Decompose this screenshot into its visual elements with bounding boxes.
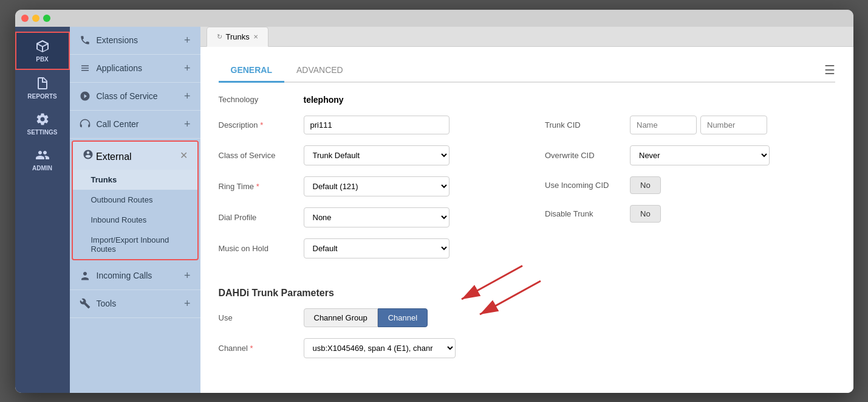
use-incoming-cid-toggle[interactable]: No <box>630 176 661 194</box>
description-input[interactable] <box>304 116 449 134</box>
extensions-icon <box>80 35 91 46</box>
tab-general[interactable]: GENERAL <box>219 59 284 83</box>
incoming-calls-label: Incoming Calls <box>97 271 152 280</box>
channel-group-btn[interactable]: Channel Group <box>304 308 378 327</box>
ring-time-select[interactable]: Default (121) <box>304 176 449 196</box>
sidebar-subitem-trunks[interactable]: Trunks <box>73 170 197 190</box>
overwrite-cid-select[interactable]: Never <box>630 145 770 165</box>
tools-label: Tools <box>97 299 117 308</box>
app-window: PBX REPORTS SETTINGS ADMIN <box>15 10 853 393</box>
admin-label: ADMIN <box>32 165 52 172</box>
admin-icon <box>35 148 50 162</box>
channel-row: Channel * usb:X1045469, span 4 (E1), cha… <box>219 338 835 358</box>
description-label: Description * <box>219 120 304 130</box>
maximize-button[interactable] <box>43 15 50 22</box>
channel-select[interactable]: usb:X1045469, span 4 (E1), chanr <box>304 338 456 358</box>
tab-advanced[interactable]: ADVANCED <box>284 59 355 81</box>
description-row: Description * <box>219 116 509 134</box>
disable-trunk-toggle[interactable]: No <box>630 205 661 223</box>
sidebar-item-settings[interactable]: SETTINGS <box>15 106 70 142</box>
sidebar-item-applications[interactable]: Applications + <box>70 55 200 83</box>
incoming-calls-icon <box>80 270 91 281</box>
external-close-icon[interactable]: ✕ <box>180 150 188 161</box>
tab-trunks[interactable]: ↻ Trunks ✕ <box>207 27 268 47</box>
minimize-button[interactable] <box>32 15 39 22</box>
sidebar-subitem-outbound-routes[interactable]: Outbound Routes <box>73 190 197 210</box>
sidebar-item-pbx[interactable]: PBX <box>15 32 70 70</box>
trunk-cid-number-input[interactable] <box>700 116 767 134</box>
ring-time-required: * <box>256 182 259 191</box>
form-right-col: Trunk CID Overwrite CID Never <box>545 116 835 269</box>
use-incoming-cid-label: Use Incoming CID <box>545 181 630 190</box>
sidebar-item-reports[interactable]: REPORTS <box>15 70 70 106</box>
close-button[interactable] <box>21 15 29 22</box>
use-row: Use Channel Group Channel <box>219 308 835 327</box>
sidebar-item-class-of-service[interactable]: Class of Service + <box>70 83 200 111</box>
extensions-plus-icon[interactable]: + <box>184 34 191 47</box>
cos-plus-icon[interactable]: + <box>184 90 191 103</box>
channel-label: Channel * <box>219 344 304 353</box>
dial-profile-select[interactable]: None <box>304 207 449 227</box>
technology-row: Technology telephony <box>219 95 835 105</box>
pbx-label: PBX <box>36 56 49 63</box>
cos-select[interactable]: Trunk Default <box>304 145 449 165</box>
settings-label: SETTINGS <box>27 129 57 136</box>
list-view-icon[interactable]: ☰ <box>824 63 835 77</box>
technology-value: telephony <box>304 95 344 105</box>
cos-icon <box>80 91 91 102</box>
incoming-calls-plus-icon[interactable]: + <box>184 269 191 282</box>
cos-label: Class of Service <box>97 91 158 101</box>
use-label: Use <box>219 313 304 322</box>
use-buttons-group: Channel Group Channel <box>304 308 428 327</box>
sidebar-item-call-center[interactable]: Call Center + <box>70 111 200 139</box>
reports-label: REPORTS <box>27 93 56 100</box>
cos-form-label: Class of Service <box>219 151 304 160</box>
overwrite-cid-label: Overwrite CID <box>545 151 630 160</box>
sidebar-item-external[interactable]: External ✕ <box>73 142 197 170</box>
music-on-hold-select[interactable]: Default <box>304 238 449 258</box>
tab-refresh-icon[interactable]: ↻ <box>217 33 222 41</box>
content-area: GENERAL ADVANCED ☰ Technology telephony <box>200 47 853 393</box>
external-icon <box>83 149 94 160</box>
trunk-cid-row: Trunk CID <box>545 116 835 134</box>
ring-time-row: Ring Time * Default (121) <box>219 176 509 196</box>
description-required: * <box>260 120 263 130</box>
tab-trunks-label: Trunks <box>226 32 250 41</box>
dahdi-title: DAHDi Trunk Parameters <box>219 288 835 299</box>
form-left-col: Description * Class of Service Trunk Def… <box>219 116 509 269</box>
nav-section-main: Extensions + Applications + Clas <box>70 27 200 318</box>
call-center-plus-icon[interactable]: + <box>184 118 191 131</box>
technology-label: Technology <box>219 95 304 104</box>
dial-profile-row: Dial Profile None <box>219 207 509 227</box>
app-body: PBX REPORTS SETTINGS ADMIN <box>15 27 853 393</box>
form-grid: Description * Class of Service Trunk Def… <box>219 116 835 269</box>
class-of-service-row: Class of Service Trunk Default <box>219 145 509 165</box>
settings-icon <box>35 112 50 126</box>
sidebar-subitem-import-export[interactable]: Import/Export Inbound Routes <box>73 230 197 259</box>
sidebar-item-admin[interactable]: ADMIN <box>15 142 70 178</box>
disable-trunk-label: Disable Trunk <box>545 209 630 218</box>
trunk-cid-label: Trunk CID <box>545 120 630 130</box>
sidebar-item-tools[interactable]: Tools + <box>70 290 200 318</box>
sidebar-subitem-inbound-routes[interactable]: Inbound Routes <box>73 210 197 230</box>
dial-profile-label: Dial Profile <box>219 213 304 222</box>
tab-close-icon[interactable]: ✕ <box>253 33 258 40</box>
applications-plus-icon[interactable]: + <box>184 62 191 75</box>
pbx-icon <box>35 39 50 54</box>
overwrite-cid-row: Overwrite CID Never <box>545 145 835 165</box>
content-tabs: GENERAL ADVANCED ☰ <box>219 59 835 83</box>
applications-icon <box>80 63 91 74</box>
channel-btn[interactable]: Channel <box>378 308 428 327</box>
extensions-label: Extensions <box>97 35 138 45</box>
ring-time-label: Ring Time * <box>219 182 304 191</box>
sidebar-item-incoming-calls[interactable]: Incoming Calls + <box>70 262 200 290</box>
nav-sidebar: Extensions + Applications + Clas <box>70 27 200 393</box>
sidebar-item-extensions[interactable]: Extensions + <box>70 27 200 55</box>
tools-plus-icon[interactable]: + <box>184 297 191 310</box>
call-center-label: Call Center <box>97 119 139 129</box>
trunk-cid-name-input[interactable] <box>630 116 697 134</box>
main-content: ↻ Trunks ✕ GENERAL ADVANCED ☰ Technology <box>200 27 853 393</box>
window-controls <box>21 15 50 22</box>
use-incoming-cid-row: Use Incoming CID No <box>545 176 835 194</box>
titlebar <box>15 10 853 27</box>
